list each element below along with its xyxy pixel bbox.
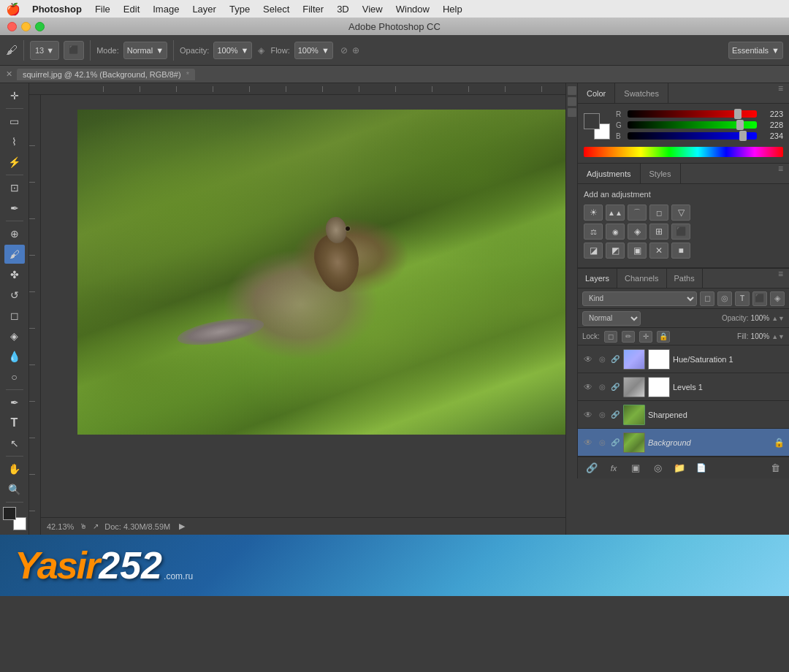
apple-menu[interactable]: 🍎 (6, 2, 20, 16)
layer-background[interactable]: 👁 ◎ 🔗 Background 🔒 (578, 429, 789, 457)
new-layer-btn[interactable]: 📄 (693, 460, 709, 476)
menu-filter[interactable]: Filter (297, 2, 329, 16)
layer-visibility-levels[interactable]: 👁 (582, 382, 594, 392)
foreground-color-box[interactable] (3, 507, 16, 520)
layer-visibility-hue[interactable]: 👁 (582, 354, 594, 364)
kind-type-btn[interactable]: T (735, 291, 750, 306)
adj-photo-btn[interactable]: ⊞ (649, 224, 668, 240)
tab-paths[interactable]: Paths (667, 269, 703, 288)
zoom-tool[interactable]: 🔍 (4, 480, 25, 499)
eraser-tool[interactable]: ◻ (4, 306, 25, 325)
gradient-tool[interactable]: ◈ (4, 327, 25, 345)
hand-tool[interactable]: ✋ (4, 459, 25, 478)
maximize-button[interactable] (35, 22, 45, 31)
tab-channels[interactable]: Channels (617, 269, 666, 288)
spot-heal-tool[interactable]: ⊕ (4, 224, 25, 243)
blur-tool[interactable]: 💧 (4, 347, 25, 366)
adj-panel-menu-btn[interactable]: ≡ (772, 164, 789, 183)
tab-adjustments[interactable]: Adjustments (578, 164, 641, 183)
path-select-tool[interactable]: ↖ (4, 434, 25, 453)
canvas-area[interactable]: 42.13% 🖱 ↗ Doc: 4.30M/8.59M ▶ (41, 95, 565, 535)
panel-strip-btn-3[interactable] (568, 108, 576, 117)
foreground-swatch[interactable] (584, 113, 600, 129)
panel-strip-btn-1[interactable] (568, 86, 576, 95)
layer-link-hue[interactable]: ◎ (597, 355, 607, 363)
adj-levels-btn[interactable]: ▲▲ (606, 205, 625, 221)
menu-edit[interactable]: Edit (118, 2, 145, 16)
kind-filter-select[interactable]: Kind (582, 291, 697, 306)
kind-shape-btn[interactable]: ⬛ (752, 291, 767, 306)
adj-curves-btn[interactable]: ⌒ (628, 205, 647, 221)
adj-invert-btn[interactable]: ◪ (584, 243, 603, 259)
layer-chain-levels[interactable]: 🔗 (610, 383, 620, 391)
add-mask-btn[interactable]: ▣ (628, 460, 644, 476)
menu-type[interactable]: Type (224, 2, 256, 16)
blue-slider[interactable] (628, 132, 757, 140)
new-fill-btn[interactable]: ◎ (649, 460, 666, 476)
opacity-value[interactable]: 100% (751, 314, 770, 322)
tab-layers[interactable]: Layers (578, 269, 617, 288)
layer-chain-sharpened[interactable]: 🔗 (610, 411, 620, 419)
minimize-button[interactable] (21, 22, 31, 31)
lasso-tool[interactable]: ⌇ (4, 132, 25, 151)
layer-sharpened[interactable]: 👁 ◎ 🔗 Sharpened (578, 401, 789, 429)
menu-3d[interactable]: 3D (331, 2, 355, 16)
adj-gradient-map-btn[interactable]: ✕ (649, 243, 668, 259)
type-tool[interactable]: T (4, 413, 25, 432)
tab-styles[interactable]: Styles (641, 164, 681, 183)
layer-mask-hue[interactable] (648, 349, 670, 370)
brush-tool active[interactable]: 🖌 (4, 245, 25, 264)
opacity-select[interactable]: 100% ▼ (213, 42, 252, 59)
blend-mode-select[interactable]: Normal (582, 311, 641, 326)
adj-channel-mix-btn[interactable]: ⬛ (671, 224, 690, 240)
marquee-tool[interactable]: ▭ (4, 112, 25, 131)
red-slider[interactable] (628, 110, 757, 118)
brush-preset-btn[interactable]: ⬛ (64, 41, 84, 60)
adj-selective-btn[interactable]: ■ (671, 243, 690, 259)
mode-select[interactable]: Normal ▼ (123, 42, 167, 59)
delete-layer-btn[interactable]: 🗑 (767, 460, 783, 476)
pen-tool[interactable]: ✒ (4, 393, 25, 412)
stamp-tool[interactable]: ✤ (4, 265, 25, 284)
workspace-select[interactable]: Essentials ▼ (728, 42, 783, 59)
crop-tool[interactable]: ⊡ (4, 178, 25, 197)
layers-panel-menu-btn[interactable]: ≡ (772, 269, 789, 288)
layer-link-background[interactable]: ◎ (597, 438, 607, 446)
layer-chain-background[interactable]: 🔗 (610, 438, 620, 446)
panel-strip-btn-2[interactable] (568, 97, 576, 106)
color-spectrum-bar[interactable] (584, 147, 783, 157)
adj-poster-btn[interactable]: ◩ (606, 243, 625, 259)
layer-visibility-sharpened[interactable]: 👁 (582, 410, 594, 420)
tab-swatches[interactable]: Swatches (615, 83, 668, 103)
flow-select[interactable]: 100% ▼ (294, 42, 333, 59)
lock-pixels-btn[interactable]: ✏ (622, 331, 635, 343)
brush-size-btn[interactable]: 13 ▼ (30, 41, 59, 60)
color-boxes[interactable] (3, 507, 26, 530)
lock-position-btn[interactable]: ✛ (639, 331, 652, 343)
history-brush-tool[interactable]: ↺ (4, 286, 25, 305)
menu-help[interactable]: Help (437, 2, 468, 16)
layer-hue-saturation[interactable]: 👁 ◎ 🔗 Hue/Saturation 1 (578, 345, 789, 373)
adj-vibrance-btn[interactable]: ▽ (671, 205, 690, 221)
fill-stepper[interactable]: ▲▼ (771, 333, 785, 340)
menu-layer[interactable]: Layer (186, 2, 222, 16)
lock-transparent-btn[interactable]: ◻ (604, 331, 617, 343)
tab-color[interactable]: Color (578, 83, 615, 103)
layer-mask-levels[interactable] (648, 377, 670, 397)
kind-pixel-btn[interactable]: ◻ (700, 291, 714, 306)
adj-hsl-btn[interactable]: ⚖ (584, 224, 603, 240)
fill-value[interactable]: 100% (751, 332, 770, 340)
menu-image[interactable]: Image (147, 2, 185, 16)
navigate-right-btn[interactable]: ▶ (179, 522, 185, 531)
layer-chain-hue[interactable]: 🔗 (610, 355, 620, 363)
green-slider[interactable] (628, 121, 757, 129)
add-effect-btn[interactable]: fx (606, 460, 622, 476)
menu-view[interactable]: View (357, 2, 389, 16)
new-group-btn[interactable]: 📁 (671, 460, 687, 476)
layer-visibility-background[interactable]: 👁 (582, 438, 594, 448)
link-layers-btn[interactable]: 🔗 (584, 460, 600, 476)
dodge-tool[interactable]: ○ (4, 367, 25, 386)
menu-window[interactable]: Window (390, 2, 435, 16)
close-tab-icon[interactable]: ✕ (6, 69, 12, 79)
adj-exposure-btn[interactable]: ◻ (649, 205, 668, 221)
